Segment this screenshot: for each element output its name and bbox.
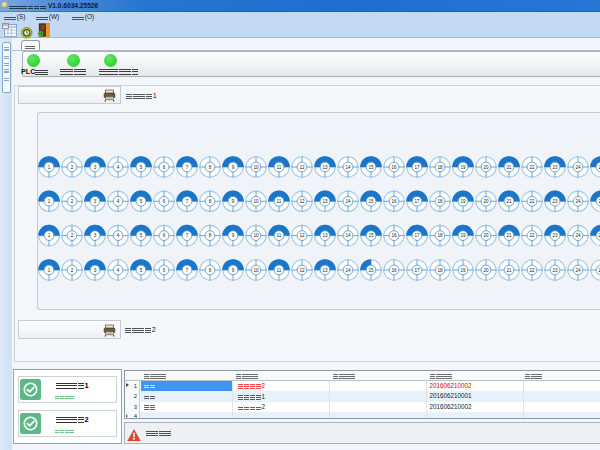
svg-text:1: 1 [48,233,51,238]
svg-text:22: 22 [529,268,535,273]
svg-text:21: 21 [506,233,512,238]
svg-text:2: 2 [71,233,74,238]
svg-text:9: 9 [232,165,235,170]
svg-text:10: 10 [253,165,259,170]
svg-text:20: 20 [483,199,489,204]
svg-text:11: 11 [277,268,282,273]
svg-text:4: 4 [117,233,120,238]
svg-text:14: 14 [345,199,351,204]
svg-text:17: 17 [414,165,420,170]
svg-text:19: 19 [460,199,466,204]
svg-text:1: 1 [48,268,51,273]
svg-text:1: 1 [48,199,51,204]
svg-text:23: 23 [552,165,558,170]
svg-text:5: 5 [140,165,143,170]
svg-text:13: 13 [322,165,328,170]
svg-text:23: 23 [552,233,558,238]
svg-text:14: 14 [345,268,351,273]
svg-text:16: 16 [391,165,397,170]
svg-text:22: 22 [529,233,535,238]
svg-text:15: 15 [368,199,374,204]
svg-text:5: 5 [140,268,143,273]
svg-text:14: 14 [345,165,351,170]
svg-text:14: 14 [345,233,351,238]
svg-text:3: 3 [94,268,97,273]
svg-text:13: 13 [322,199,328,204]
svg-text:7: 7 [186,199,189,204]
svg-text:21: 21 [506,165,512,170]
svg-text:8: 8 [209,233,212,238]
svg-text:17: 17 [414,268,420,273]
svg-text:15: 15 [368,268,374,273]
svg-text:3: 3 [94,233,97,238]
svg-text:20: 20 [483,268,489,273]
svg-text:6: 6 [163,165,166,170]
svg-text:2: 2 [71,165,74,170]
svg-text:7: 7 [186,233,189,238]
svg-text:23: 23 [552,268,558,273]
svg-text:21: 21 [506,199,512,204]
svg-text:11: 11 [277,233,282,238]
svg-text:18: 18 [437,233,443,238]
svg-text:18: 18 [437,199,443,204]
svg-text:10: 10 [253,199,259,204]
svg-text:11: 11 [277,199,282,204]
svg-text:17: 17 [414,233,420,238]
svg-text:22: 22 [529,165,535,170]
svg-text:9: 9 [232,233,235,238]
svg-text:20: 20 [483,233,489,238]
svg-text:18: 18 [437,268,443,273]
svg-text:19: 19 [460,268,466,273]
svg-text:8: 8 [209,268,212,273]
svg-text:22: 22 [529,199,535,204]
svg-text:1: 1 [48,165,51,170]
svg-text:2: 2 [71,199,74,204]
svg-text:5: 5 [140,199,143,204]
svg-text:16: 16 [391,199,397,204]
svg-text:4: 4 [117,165,120,170]
svg-text:6: 6 [163,199,166,204]
svg-text:7: 7 [186,165,189,170]
svg-text:12: 12 [299,233,305,238]
svg-text:19: 19 [460,165,466,170]
svg-text:8: 8 [209,199,212,204]
svg-text:12: 12 [299,199,305,204]
svg-text:23: 23 [552,199,558,204]
svg-text:24: 24 [575,199,581,204]
svg-text:5: 5 [140,233,143,238]
svg-text:18: 18 [437,165,443,170]
svg-text:9: 9 [232,268,235,273]
svg-text:4: 4 [117,268,120,273]
svg-text:12: 12 [299,268,305,273]
svg-text:6: 6 [163,233,166,238]
svg-text:13: 13 [322,268,328,273]
svg-text:15: 15 [368,165,374,170]
svg-text:9: 9 [232,199,235,204]
svg-text:13: 13 [322,233,328,238]
svg-text:24: 24 [575,268,581,273]
svg-text:16: 16 [391,233,397,238]
svg-text:15: 15 [368,233,374,238]
svg-text:20: 20 [483,165,489,170]
svg-text:4: 4 [117,199,120,204]
svg-text:6: 6 [163,268,166,273]
svg-text:17: 17 [414,199,420,204]
svg-text:24: 24 [575,233,581,238]
svg-text:21: 21 [506,268,512,273]
svg-text:10: 10 [253,268,259,273]
svg-text:3: 3 [94,165,97,170]
svg-text:7: 7 [186,268,189,273]
svg-text:3: 3 [94,199,97,204]
svg-text:11: 11 [277,165,282,170]
svg-text:16: 16 [391,268,397,273]
svg-text:8: 8 [209,165,212,170]
svg-text:2: 2 [71,268,74,273]
svg-text:24: 24 [575,165,581,170]
svg-text:12: 12 [299,165,305,170]
svg-text:19: 19 [460,233,466,238]
svg-text:10: 10 [253,233,259,238]
